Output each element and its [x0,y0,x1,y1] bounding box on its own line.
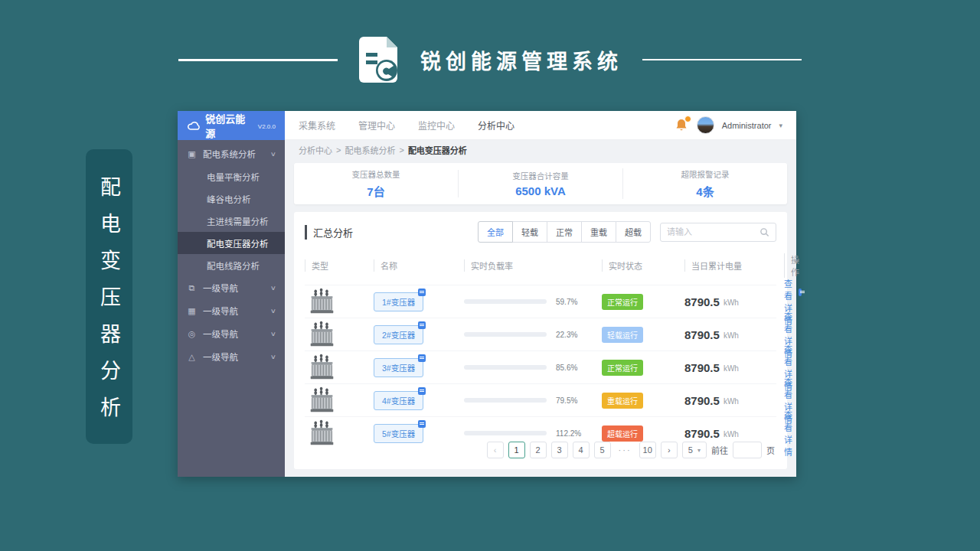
table-row: 3#变压器 85.6% 正常运行 8790.5kWh 查看详情 [305,350,776,383]
breadcrumb-item[interactable]: 配电系统分析 [345,144,395,156]
sidebar-item-label: 配电系统分析 [203,148,256,160]
user-name: Administrator [722,121,772,130]
filter-overload-button[interactable]: 超载 [616,221,651,243]
table-row: 4#变压器 79.5% 重载运行 8790.5kWh 查看详情 [305,383,776,416]
sidebar-menu: ▣ 配电系统分析 ∨ 电量平衡分析 峰谷电分析 主进线需量分析 配电变压器分析 … [178,140,285,477]
filter-all-button[interactable]: 全部 [478,221,513,243]
tab-monitoring-center[interactable]: 监控中心 [418,119,455,132]
tab-analysis-center[interactable]: 分析中心 [478,119,514,132]
summary-panel: 汇总分析 全部 轻载 正常 重载 超载 [294,212,787,469]
transformer-image [308,288,336,316]
status-badge: 重载运行 [602,393,643,409]
breadcrumb: 分析中心 > 配电系统分析 > 配电变压器分析 [285,140,796,160]
filter-heavy-load-button[interactable]: 重载 [581,221,616,243]
table-row: 1#变压器 59.7% 正常运行 8790.5kWh 查看详情 [305,285,776,318]
filter-light-load-button[interactable]: 轻载 [512,221,547,243]
load-percentage: 79.5% [556,396,577,405]
stat-label: 变压器总数量 [294,168,458,180]
chevron-down-icon: ▾ [697,447,701,454]
energy-value: 8790.5 [684,328,720,341]
page-button-5[interactable]: 5 [594,442,611,458]
top-navbar: 采集系统 管理中心 监控中心 分析中心 Administrator ▾ [285,111,796,140]
panel-tools: 全部 轻载 正常 重载 超载 [478,221,776,243]
notification-badge [684,116,691,122]
next-page-button[interactable]: › [661,442,678,458]
sidebar-item-nav-1[interactable]: ⧉ 一级导航 ∨ [178,276,285,299]
energy-unit: kWh [724,364,739,373]
stat-value: 6500 kVA [459,184,622,197]
transformer-name-button[interactable]: 5#变压器 [374,424,423,443]
transformer-table: 类型 名称 实时负载率 实时状态 当日累计电量 操作 1#变压器 59.7% 正… [305,253,776,432]
sidebar-item-nav-4[interactable]: △ 一级导航 ∨ [178,345,285,368]
stat-label: 超限报警记录 [623,168,787,180]
sidebar-item-distribution-analysis[interactable]: ▣ 配电系统分析 ∨ [178,142,285,165]
breadcrumb-separator: > [336,145,341,155]
energy-unit: kWh [724,331,739,340]
tab-management-center[interactable]: 管理中心 [358,119,395,132]
breadcrumb-current: 配电变压器分析 [408,144,467,156]
sidebar-item-nav-2[interactable]: ▦ 一级导航 ∨ [178,299,285,322]
app-window: 锐创云能源 V2.0.0 ▣ 配电系统分析 ∨ 电量平衡分析 峰谷电分析 主进线… [178,111,796,477]
alarm-bell-icon[interactable] [675,118,689,133]
main-content: 采集系统 管理中心 监控中心 分析中心 Administrator ▾ [285,111,796,477]
sidebar-item-main-line-demand[interactable]: 主进线需量分析 [178,210,285,232]
header-divider-left [178,59,338,61]
stat-alarm-records: 超限报警记录 4条 [622,168,787,199]
sidebar-item-line-analysis[interactable]: 配电线路分析 [178,254,285,276]
search-icon[interactable] [760,227,769,237]
transformer-name-button[interactable]: 2#变压器 [374,325,423,344]
search-input[interactable] [667,227,760,236]
page-button-4[interactable]: 4 [573,442,590,458]
name-badge-icon [418,289,426,296]
load-progress-bar [464,398,547,403]
name-badge-icon [418,321,426,329]
column-header-load-rate: 实时负载率 [464,259,602,272]
sidebar-item-peak-valley[interactable]: 峰谷电分析 [178,187,285,210]
load-percentage: 85.6% [556,364,577,372]
sidebar-item-transformer-analysis[interactable]: 配电变压器分析 [178,232,285,254]
page-button-10[interactable]: 10 [639,442,656,458]
transformer-name-button[interactable]: 4#变压器 [374,391,423,410]
page: 锐创能源管理系统 配电变压器分析 锐创云能源 V2.0.0 ▣ 配电系统分析 ∨… [0,0,980,551]
grid-icon: ▣ [187,149,197,159]
column-header-type: 类型 [305,259,374,272]
search-box [660,223,776,242]
stat-value: 4条 [623,183,787,199]
sidebar-item-nav-3[interactable]: ◎ 一级导航 ∨ [178,322,285,345]
transformer-image [308,386,336,415]
energy-value: 8790.5 [684,361,720,374]
load-progress-bar [464,365,547,370]
filter-normal-button[interactable]: 正常 [547,221,582,243]
sidebar-item-label: 一级导航 [203,282,238,294]
avatar[interactable] [697,116,714,134]
page-size-select[interactable]: 5 ▾ [682,442,707,458]
sidebar: 锐创云能源 V2.0.0 ▣ 配电系统分析 ∨ 电量平衡分析 峰谷电分析 主进线… [178,111,285,477]
chevron-down-icon: ∨ [270,151,276,158]
breadcrumb-item[interactable]: 分析中心 [299,144,332,156]
stat-total-capacity: 变压器合计容量 6500 kVA [458,170,622,197]
view-details-link[interactable]: 查看详情 [784,409,792,458]
sidebar-item-power-balance[interactable]: 电量平衡分析 [178,165,285,187]
topbar-right: Administrator ▾ [675,116,782,134]
chevron-down-icon[interactable]: ▾ [779,122,782,129]
name-badge-icon [418,387,426,395]
page-button-3[interactable]: 3 [551,442,568,458]
table-icon: ▦ [187,306,197,316]
transformer-name-button[interactable]: 1#变压器 [374,292,423,311]
page-button-2[interactable]: 2 [530,442,547,458]
tab-collection-system[interactable]: 采集系统 [299,119,335,132]
column-header-status: 实时状态 [602,259,684,272]
load-percentage: 59.7% [556,298,577,306]
transformer-name-button[interactable]: 3#变压器 [374,358,423,377]
energy-value: 8790.5 [684,295,720,308]
cloud-icon [187,121,201,131]
prev-page-button[interactable]: ‹ [487,442,504,458]
check-circle-icon: ◎ [187,329,197,339]
page-button-1[interactable]: 1 [508,442,525,458]
goto-page-input[interactable] [733,442,762,458]
table-row: 2#变压器 22.3% 轻载运行 8790.5kWh 查看详情 [305,318,776,350]
stat-transformer-count: 变压器总数量 7台 [294,168,458,199]
external-link-icon: ⧉ [187,283,197,293]
table-header-row: 类型 名称 实时负载率 实时状态 当日累计电量 操作 [305,253,776,285]
stat-value: 7台 [294,183,458,199]
